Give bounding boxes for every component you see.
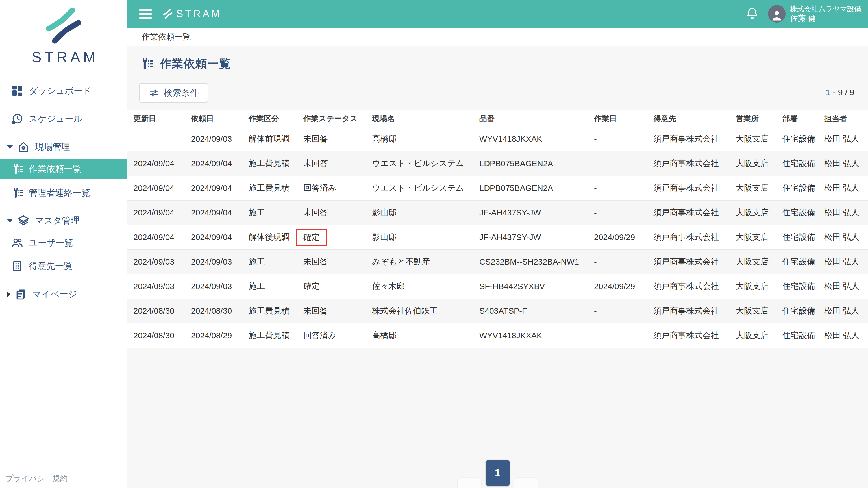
breadcrumb[interactable]: 作業依頼一覧: [142, 31, 191, 43]
table-cell: 住宅設備: [782, 176, 824, 200]
table-column-header: 更新日: [127, 110, 191, 127]
notification-bell-icon[interactable]: [745, 6, 760, 21]
table-row[interactable]: 2024/08/302024/08/30施工費見積未回答株式会社佐伯鉄工S403…: [127, 299, 868, 323]
chevron-right-icon[interactable]: [7, 291, 10, 297]
table-cell: 住宅設備: [782, 200, 824, 225]
table-row[interactable]: 2024/09/032024/09/03施工確定佐々木邸SF-HB442SYXB…: [127, 274, 868, 299]
user-avatar[interactable]: [768, 5, 785, 23]
table-cell: 住宅設備: [782, 299, 824, 323]
table-row[interactable]: 2024/08/302024/08/29施工費見積回答済み高橋邸WYV1418J…: [127, 323, 868, 348]
pagination-first-button[interactable]: «: [458, 478, 481, 488]
table-cell: 2024/09/04: [191, 200, 249, 225]
table-column-header: 営業所: [736, 110, 782, 127]
table-cell: 2024/08/29: [191, 323, 249, 348]
table-cell: 2024/09/03: [191, 250, 249, 274]
table-cell: 大阪支店: [736, 127, 782, 151]
chevron-down-icon[interactable]: [7, 145, 13, 149]
breadcrumb-bar: 作業依頼一覧: [127, 28, 868, 46]
sidebar-item-clients[interactable]: 得意先一覧: [0, 258, 127, 274]
sidebar-item-admin-contacts[interactable]: 管理者連絡一覧: [0, 185, 127, 201]
table-row[interactable]: 2024/09/042024/09/04施工未回答影山邸JF-AH437SY-J…: [127, 200, 868, 225]
table-column-header: 現場名: [372, 110, 479, 127]
pagination-last-button[interactable]: »: [514, 478, 538, 488]
sidebar: STRAM ダッシュボードスケジュール現場管理作業依頼一覧管理者連絡一覧マスタ管…: [0, 0, 127, 488]
table-cell: -: [594, 151, 653, 176]
table-cell: 大阪支店: [736, 274, 782, 299]
table-cell: 2024/08/30: [127, 323, 191, 348]
table-cell: 住宅設備: [782, 274, 824, 299]
sidebar-item-work-requests[interactable]: 作業依頼一覧: [0, 159, 127, 179]
sidebar-item-schedule[interactable]: スケジュール: [0, 111, 127, 127]
table-row[interactable]: 2024/09/042024/09/04施工費見積未回答ウエスト・ビルシステムL…: [127, 151, 868, 176]
table-cell: 2024/09/03: [127, 274, 191, 299]
table-cell: 須戸商事株式会社: [653, 225, 736, 250]
sidebar-item-dashboard[interactable]: ダッシュボード: [0, 83, 127, 99]
table-column-header: 部署: [782, 110, 824, 127]
table-cell: 施工費見積: [249, 151, 303, 176]
sidebar-item-label: 得意先一覧: [29, 260, 72, 272]
sidebar-item-mypage[interactable]: マイページ: [0, 286, 127, 302]
hamburger-menu-icon[interactable]: [139, 9, 152, 19]
sidebar-item-master-management[interactable]: マスタ管理: [0, 213, 127, 228]
table-cell: 未回答: [303, 250, 372, 274]
table-cell: 須戸商事株式会社: [653, 127, 736, 151]
table-column-header: 依頼日: [191, 110, 249, 127]
table-cell: CS232BM--SH232BA-NW1: [479, 250, 594, 274]
table-cell: 施工費見積: [249, 299, 303, 323]
table-row[interactable]: 2024/09/042024/09/04施工費見積回答済みウエスト・ビルシステム…: [127, 176, 868, 200]
table-column-header: 作業ステータス: [303, 110, 372, 127]
search-button-label: 検索条件: [164, 87, 199, 99]
table-cell: 回答済み: [303, 176, 372, 200]
table-column-header: 品番: [479, 110, 594, 127]
brand-logo: STRAM: [0, 0, 127, 66]
table-cell: 大阪支店: [736, 176, 782, 200]
wrench-list-icon: [11, 163, 24, 176]
table-cell: 大阪支店: [736, 200, 782, 225]
table-cell: 確定: [303, 225, 372, 250]
table-cell: 須戸商事株式会社: [653, 274, 736, 299]
table-cell: 2024/09/04: [127, 225, 191, 250]
pagination-page-1-button[interactable]: 1: [486, 460, 509, 486]
table-cell: 2024/09/04: [191, 151, 249, 176]
main-area: STRAM 株式会社ムラヤマ設備 佐藤 健一 作業依頼一覧 作業依頼一覧 検索条…: [127, 0, 868, 488]
table-cell: 松田 弘人: [824, 250, 868, 274]
table-cell: -: [594, 176, 653, 200]
sidebar-item-label: ダッシュボード: [29, 85, 91, 97]
table-column-header: 作業区分: [249, 110, 303, 127]
table-cell: WYV1418JKXAK: [479, 323, 594, 348]
sidebar-item-label: 現場管理: [35, 141, 70, 153]
house-gear-icon: [17, 140, 30, 153]
work-request-table: 更新日依頼日作業区分作業ステータス現場名品番作業日得意先営業所部署担当者 202…: [127, 110, 868, 348]
sidebar-item-site-management[interactable]: 現場管理: [0, 139, 127, 155]
table-cell: 須戸商事株式会社: [653, 299, 736, 323]
table-cell: 施工: [249, 200, 303, 225]
table-cell: ウエスト・ビルシステム: [372, 151, 479, 176]
wrench-list-icon: [11, 186, 24, 199]
table-cell: S403ATSP-F: [479, 299, 594, 323]
sidebar-item-label: 作業依頼一覧: [29, 163, 81, 175]
table-cell: 大阪支店: [736, 250, 782, 274]
work-request-table-wrap: 更新日依頼日作業区分作業ステータス現場名品番作業日得意先営業所部署担当者 202…: [127, 110, 868, 348]
table-header-row: 更新日依頼日作業区分作業ステータス現場名品番作業日得意先営業所部署担当者: [127, 110, 868, 127]
table-cell: 未回答: [303, 200, 372, 225]
table-cell: 2024/09/04: [127, 200, 191, 225]
privacy-policy-link[interactable]: プライバシー規約: [6, 473, 67, 484]
chevron-down-icon[interactable]: [7, 219, 13, 223]
table-row[interactable]: 2024/09/032024/09/03施工未回答みぞもと不動産CS232BM-…: [127, 250, 868, 274]
document-icon: [14, 288, 27, 301]
table-cell: みぞもと不動産: [372, 250, 479, 274]
user-info[interactable]: 株式会社ムラヤマ設備 佐藤 健一: [790, 4, 861, 24]
table-row[interactable]: 2024/09/03解体前現調未回答高橋邸WYV1418JKXAK-須戸商事株式…: [127, 127, 868, 151]
wrench-list-icon: [139, 56, 154, 71]
search-conditions-button[interactable]: 検索条件: [139, 83, 209, 103]
table-cell: 佐々木邸: [372, 274, 479, 299]
dashboard-icon: [11, 85, 24, 97]
table-cell: 住宅設備: [782, 127, 824, 151]
topbar-brand: STRAM: [162, 7, 222, 20]
table-cell: 施工費見積: [249, 176, 303, 200]
sidebar-item-label: マイページ: [32, 288, 77, 300]
table-cell: 回答済み: [303, 323, 372, 348]
table-cell: [127, 127, 191, 151]
sidebar-item-users[interactable]: ユーザ一覧: [0, 235, 127, 251]
table-row[interactable]: 2024/09/042024/09/04解体後現調確定影山邸JF-AH437SY…: [127, 225, 868, 250]
